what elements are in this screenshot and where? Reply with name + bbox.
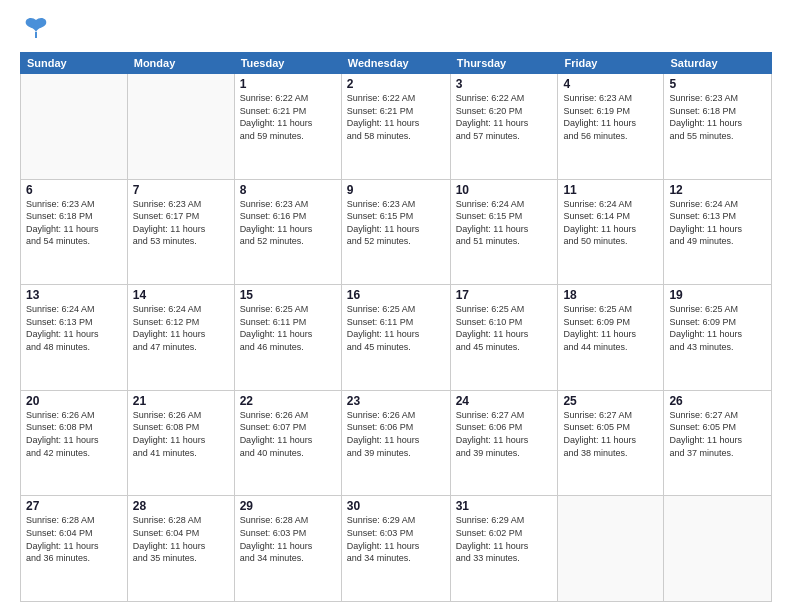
calendar-cell: [558, 496, 664, 602]
day-info: Sunrise: 6:25 AM Sunset: 6:11 PM Dayligh…: [347, 303, 445, 353]
calendar-header-monday: Monday: [127, 53, 234, 74]
day-number: 26: [669, 394, 766, 408]
day-info: Sunrise: 6:26 AM Sunset: 6:06 PM Dayligh…: [347, 409, 445, 459]
calendar-header-sunday: Sunday: [21, 53, 128, 74]
calendar-cell: 2Sunrise: 6:22 AM Sunset: 6:21 PM Daylig…: [341, 74, 450, 180]
calendar-cell: 9Sunrise: 6:23 AM Sunset: 6:15 PM Daylig…: [341, 179, 450, 285]
day-info: Sunrise: 6:26 AM Sunset: 6:08 PM Dayligh…: [26, 409, 122, 459]
day-number: 29: [240, 499, 336, 513]
calendar-cell: 31Sunrise: 6:29 AM Sunset: 6:02 PM Dayli…: [450, 496, 558, 602]
day-number: 19: [669, 288, 766, 302]
calendar-cell: 18Sunrise: 6:25 AM Sunset: 6:09 PM Dayli…: [558, 285, 664, 391]
day-info: Sunrise: 6:27 AM Sunset: 6:05 PM Dayligh…: [563, 409, 658, 459]
logo: [20, 18, 50, 42]
day-info: Sunrise: 6:22 AM Sunset: 6:20 PM Dayligh…: [456, 92, 553, 142]
day-number: 20: [26, 394, 122, 408]
day-info: Sunrise: 6:25 AM Sunset: 6:09 PM Dayligh…: [669, 303, 766, 353]
day-info: Sunrise: 6:29 AM Sunset: 6:02 PM Dayligh…: [456, 514, 553, 564]
calendar-header-thursday: Thursday: [450, 53, 558, 74]
day-number: 7: [133, 183, 229, 197]
calendar-header-tuesday: Tuesday: [234, 53, 341, 74]
day-info: Sunrise: 6:24 AM Sunset: 6:14 PM Dayligh…: [563, 198, 658, 248]
day-info: Sunrise: 6:25 AM Sunset: 6:11 PM Dayligh…: [240, 303, 336, 353]
calendar-cell: 23Sunrise: 6:26 AM Sunset: 6:06 PM Dayli…: [341, 390, 450, 496]
calendar-cell: 25Sunrise: 6:27 AM Sunset: 6:05 PM Dayli…: [558, 390, 664, 496]
day-number: 16: [347, 288, 445, 302]
calendar-cell: 3Sunrise: 6:22 AM Sunset: 6:20 PM Daylig…: [450, 74, 558, 180]
day-number: 5: [669, 77, 766, 91]
calendar-cell: 19Sunrise: 6:25 AM Sunset: 6:09 PM Dayli…: [664, 285, 772, 391]
day-info: Sunrise: 6:29 AM Sunset: 6:03 PM Dayligh…: [347, 514, 445, 564]
calendar-cell: 24Sunrise: 6:27 AM Sunset: 6:06 PM Dayli…: [450, 390, 558, 496]
calendar-cell: 30Sunrise: 6:29 AM Sunset: 6:03 PM Dayli…: [341, 496, 450, 602]
day-number: 22: [240, 394, 336, 408]
calendar-cell: 28Sunrise: 6:28 AM Sunset: 6:04 PM Dayli…: [127, 496, 234, 602]
calendar-header-wednesday: Wednesday: [341, 53, 450, 74]
calendar-header-friday: Friday: [558, 53, 664, 74]
day-info: Sunrise: 6:23 AM Sunset: 6:18 PM Dayligh…: [669, 92, 766, 142]
day-number: 21: [133, 394, 229, 408]
calendar-cell: 27Sunrise: 6:28 AM Sunset: 6:04 PM Dayli…: [21, 496, 128, 602]
day-number: 2: [347, 77, 445, 91]
calendar-header-row: SundayMondayTuesdayWednesdayThursdayFrid…: [21, 53, 772, 74]
calendar-cell: 10Sunrise: 6:24 AM Sunset: 6:15 PM Dayli…: [450, 179, 558, 285]
day-info: Sunrise: 6:27 AM Sunset: 6:05 PM Dayligh…: [669, 409, 766, 459]
calendar-cell: 8Sunrise: 6:23 AM Sunset: 6:16 PM Daylig…: [234, 179, 341, 285]
day-info: Sunrise: 6:23 AM Sunset: 6:17 PM Dayligh…: [133, 198, 229, 248]
calendar-cell: 20Sunrise: 6:26 AM Sunset: 6:08 PM Dayli…: [21, 390, 128, 496]
day-number: 12: [669, 183, 766, 197]
calendar-cell: [664, 496, 772, 602]
calendar-cell: 7Sunrise: 6:23 AM Sunset: 6:17 PM Daylig…: [127, 179, 234, 285]
day-number: 10: [456, 183, 553, 197]
day-info: Sunrise: 6:28 AM Sunset: 6:04 PM Dayligh…: [133, 514, 229, 564]
day-info: Sunrise: 6:23 AM Sunset: 6:16 PM Dayligh…: [240, 198, 336, 248]
calendar-cell: 16Sunrise: 6:25 AM Sunset: 6:11 PM Dayli…: [341, 285, 450, 391]
day-number: 9: [347, 183, 445, 197]
day-number: 3: [456, 77, 553, 91]
day-number: 18: [563, 288, 658, 302]
day-info: Sunrise: 6:27 AM Sunset: 6:06 PM Dayligh…: [456, 409, 553, 459]
day-info: Sunrise: 6:25 AM Sunset: 6:10 PM Dayligh…: [456, 303, 553, 353]
day-number: 30: [347, 499, 445, 513]
calendar-cell: 13Sunrise: 6:24 AM Sunset: 6:13 PM Dayli…: [21, 285, 128, 391]
day-number: 11: [563, 183, 658, 197]
calendar-header-saturday: Saturday: [664, 53, 772, 74]
calendar-cell: 21Sunrise: 6:26 AM Sunset: 6:08 PM Dayli…: [127, 390, 234, 496]
calendar-cell: 17Sunrise: 6:25 AM Sunset: 6:10 PM Dayli…: [450, 285, 558, 391]
day-number: 17: [456, 288, 553, 302]
calendar-cell: 5Sunrise: 6:23 AM Sunset: 6:18 PM Daylig…: [664, 74, 772, 180]
calendar-cell: 29Sunrise: 6:28 AM Sunset: 6:03 PM Dayli…: [234, 496, 341, 602]
calendar-cell: 1Sunrise: 6:22 AM Sunset: 6:21 PM Daylig…: [234, 74, 341, 180]
day-number: 15: [240, 288, 336, 302]
calendar-cell: 22Sunrise: 6:26 AM Sunset: 6:07 PM Dayli…: [234, 390, 341, 496]
calendar-week-4: 20Sunrise: 6:26 AM Sunset: 6:08 PM Dayli…: [21, 390, 772, 496]
day-number: 27: [26, 499, 122, 513]
day-number: 25: [563, 394, 658, 408]
calendar-week-2: 6Sunrise: 6:23 AM Sunset: 6:18 PM Daylig…: [21, 179, 772, 285]
day-number: 14: [133, 288, 229, 302]
day-info: Sunrise: 6:23 AM Sunset: 6:15 PM Dayligh…: [347, 198, 445, 248]
day-number: 6: [26, 183, 122, 197]
day-number: 1: [240, 77, 336, 91]
day-number: 28: [133, 499, 229, 513]
day-info: Sunrise: 6:22 AM Sunset: 6:21 PM Dayligh…: [347, 92, 445, 142]
day-number: 31: [456, 499, 553, 513]
calendar-cell: 4Sunrise: 6:23 AM Sunset: 6:19 PM Daylig…: [558, 74, 664, 180]
day-info: Sunrise: 6:28 AM Sunset: 6:03 PM Dayligh…: [240, 514, 336, 564]
day-info: Sunrise: 6:24 AM Sunset: 6:15 PM Dayligh…: [456, 198, 553, 248]
calendar-cell: 26Sunrise: 6:27 AM Sunset: 6:05 PM Dayli…: [664, 390, 772, 496]
day-info: Sunrise: 6:28 AM Sunset: 6:04 PM Dayligh…: [26, 514, 122, 564]
calendar-cell: 6Sunrise: 6:23 AM Sunset: 6:18 PM Daylig…: [21, 179, 128, 285]
calendar-week-3: 13Sunrise: 6:24 AM Sunset: 6:13 PM Dayli…: [21, 285, 772, 391]
day-info: Sunrise: 6:23 AM Sunset: 6:18 PM Dayligh…: [26, 198, 122, 248]
day-info: Sunrise: 6:26 AM Sunset: 6:07 PM Dayligh…: [240, 409, 336, 459]
calendar-cell: 15Sunrise: 6:25 AM Sunset: 6:11 PM Dayli…: [234, 285, 341, 391]
day-info: Sunrise: 6:24 AM Sunset: 6:12 PM Dayligh…: [133, 303, 229, 353]
calendar-cell: 11Sunrise: 6:24 AM Sunset: 6:14 PM Dayli…: [558, 179, 664, 285]
day-info: Sunrise: 6:25 AM Sunset: 6:09 PM Dayligh…: [563, 303, 658, 353]
day-number: 23: [347, 394, 445, 408]
day-info: Sunrise: 6:24 AM Sunset: 6:13 PM Dayligh…: [669, 198, 766, 248]
day-number: 8: [240, 183, 336, 197]
calendar-table: SundayMondayTuesdayWednesdayThursdayFrid…: [20, 52, 772, 602]
calendar-week-5: 27Sunrise: 6:28 AM Sunset: 6:04 PM Dayli…: [21, 496, 772, 602]
